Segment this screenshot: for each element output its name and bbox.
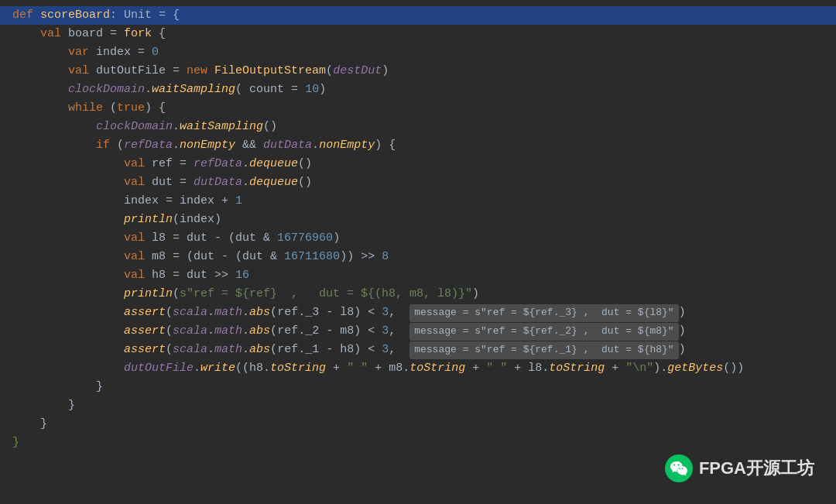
- code-line-17: assert(scala.math.abs(ref._3 - l8) < 3, …: [0, 303, 836, 322]
- branding: FPGA开源工坊: [665, 454, 814, 482]
- code-line-14: val m8 = (dut - (dut & 16711680)) >> 8: [0, 248, 836, 266]
- code-line-24: }: [0, 434, 836, 452]
- code-line-3: var index = 0: [0, 43, 836, 62]
- code-line-6: while (true) {: [0, 99, 836, 118]
- code-line-5: clockDomain.waitSampling( count = 10): [0, 81, 836, 99]
- code-line-13: val l8 = dut - (dut & 16776960): [0, 229, 836, 248]
- keyword-def: def: [12, 6, 40, 25]
- code-line-23: }: [0, 415, 836, 434]
- code-line-7: clockDomain.waitSampling(): [0, 118, 836, 136]
- code-line-8: if (refData.nonEmpty && dutData.nonEmpty…: [0, 136, 836, 155]
- code-line-22: }: [0, 396, 836, 415]
- code-line-4: val dutOutFile = new FileOutputStream(de…: [0, 62, 836, 81]
- code-container: def scoreBoard: Unit = { val board = for…: [0, 0, 836, 504]
- code-line-11: index = index + 1: [0, 192, 836, 211]
- code-line-15: val h8 = dut >> 16: [0, 266, 836, 285]
- code-line-18: assert(scala.math.abs(ref._2 - m8) < 3, …: [0, 322, 836, 341]
- branding-text: FPGA开源工坊: [699, 454, 814, 482]
- wechat-icon: [665, 454, 693, 482]
- code-line-12: println(index): [0, 211, 836, 229]
- code-line-1: def scoreBoard: Unit = {: [0, 6, 836, 25]
- code-line-21: }: [0, 378, 836, 396]
- func-name: scoreBoard: [40, 6, 110, 25]
- code-line-20: dutOutFile.write((h8.toString + " " + m8…: [0, 359, 836, 378]
- code-line-2: val board = fork {: [0, 25, 836, 43]
- code-line-9: val ref = refData.dequeue(): [0, 155, 836, 173]
- code-line-19: assert(scala.math.abs(ref._1 - h8) < 3, …: [0, 341, 836, 359]
- code-line-10: val dut = dutData.dequeue(): [0, 173, 836, 192]
- code-line-16: println(s"ref = ${ref} , dut = ${(h8, m8…: [0, 285, 836, 303]
